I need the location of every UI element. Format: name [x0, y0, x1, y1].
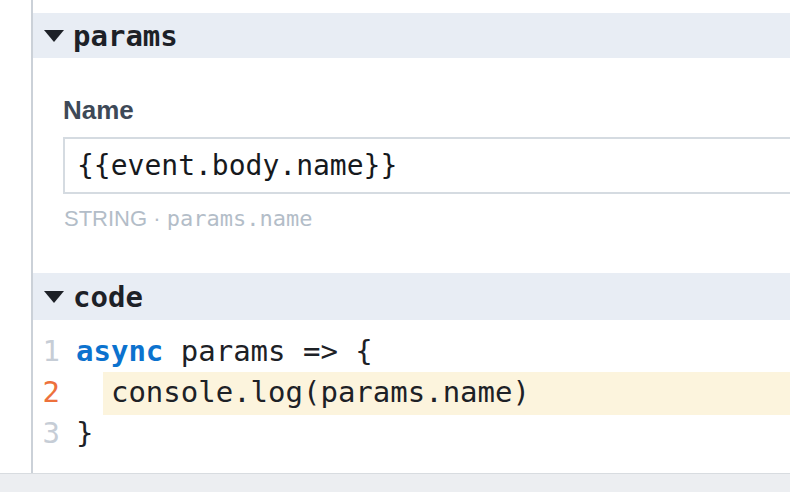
code-token: params => { [163, 334, 373, 368]
code-line-2-text: console.log(params.name) [76, 372, 530, 413]
field-path-label: params.name [167, 206, 313, 231]
code-line-1-text: async params => { [76, 331, 373, 372]
bottom-status-bar [0, 473, 790, 492]
meta-separator: · [147, 206, 167, 231]
code-line-1[interactable]: 1 async params => { [33, 331, 790, 372]
name-field-label: Name [63, 95, 134, 125]
name-input[interactable] [63, 137, 790, 194]
code-line-3[interactable]: 3 } [33, 413, 790, 454]
section-header-params[interactable]: params [33, 13, 790, 58]
triangle-down-icon [44, 30, 64, 42]
section-title-params: params [73, 19, 178, 53]
section-title-code: code [73, 280, 143, 314]
step-configuration-panel: params Name STRING · params.name code 1 … [33, 0, 790, 473]
code-editor[interactable]: 1 async params => { 2 console.log(params… [33, 320, 790, 455]
line-number-3: 3 [33, 413, 60, 454]
name-field-meta: STRING · params.name [64, 205, 312, 233]
code-line-2[interactable]: 2 console.log(params.name) [33, 372, 790, 413]
section-header-code[interactable]: code [33, 273, 790, 320]
line-number-2: 2 [33, 372, 60, 413]
keyword-token: async [76, 334, 163, 368]
code-line-3-text: } [76, 413, 93, 454]
triangle-down-icon [44, 291, 64, 303]
field-type-label: STRING [64, 206, 147, 231]
line-number-1: 1 [33, 331, 60, 372]
workflow-step-panel: params Name STRING · params.name code 1 … [0, 0, 790, 492]
